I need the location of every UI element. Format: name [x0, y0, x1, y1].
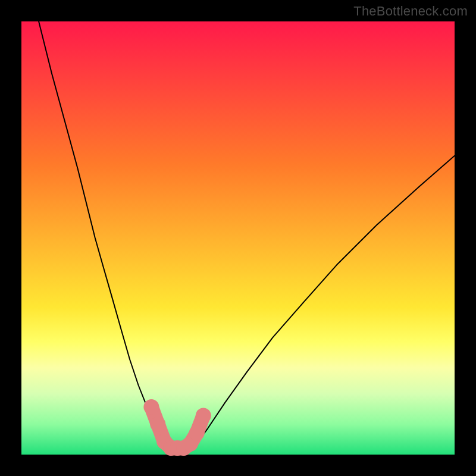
marker-dot — [196, 408, 211, 424]
marker-dot — [150, 416, 165, 432]
chart-frame: TheBottleneck.com — [0, 0, 476, 476]
marker-dot — [143, 399, 159, 415]
watermark-text: TheBottleneck.com — [353, 4, 468, 19]
marker-chain-group — [143, 399, 211, 456]
chart-svg — [21, 21, 455, 455]
curve-right-branch — [195, 156, 455, 446]
marker-dot — [189, 425, 205, 441]
plot-area — [21, 21, 455, 455]
series-lines — [39, 21, 455, 446]
curve-left-branch — [39, 21, 164, 446]
